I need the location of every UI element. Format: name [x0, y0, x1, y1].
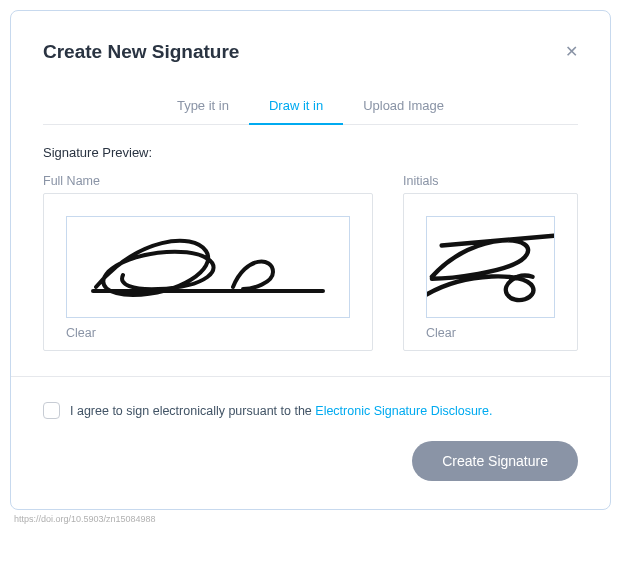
tab-draw[interactable]: Draw it in: [249, 88, 343, 125]
modal-footer: I agree to sign electronically pursuant …: [11, 376, 610, 509]
full-name-clear-button[interactable]: Clear: [66, 326, 350, 340]
disclosure-link[interactable]: Electronic Signature Disclosure.: [315, 404, 492, 418]
actions: Create Signature: [43, 441, 578, 481]
initials-drawing: [427, 217, 554, 317]
initials-canvas[interactable]: [426, 216, 555, 318]
full-name-field: Full Name Clear: [43, 174, 373, 351]
full-name-box: Clear: [43, 193, 373, 351]
preview-label: Signature Preview:: [43, 145, 578, 160]
modal-header: Create New Signature ✕: [11, 11, 610, 73]
tab-upload[interactable]: Upload Image: [343, 88, 464, 125]
initials-box: Clear: [403, 193, 578, 351]
tab-type[interactable]: Type it in: [157, 88, 249, 125]
tabs: Type it in Draw it in Upload Image: [43, 88, 578, 125]
modal-title: Create New Signature: [43, 41, 239, 63]
create-signature-button[interactable]: Create Signature: [412, 441, 578, 481]
agree-text: I agree to sign electronically pursuant …: [70, 404, 492, 418]
close-icon[interactable]: ✕: [565, 44, 578, 60]
full-name-canvas[interactable]: [66, 216, 350, 318]
signature-modal: Create New Signature ✕ Type it in Draw i…: [10, 10, 611, 510]
initials-label: Initials: [403, 174, 578, 188]
initials-field: Initials Clear: [403, 174, 578, 351]
preview-row: Full Name Clear Initials: [43, 174, 578, 351]
full-name-label: Full Name: [43, 174, 373, 188]
footer-note: https://doi.org/10.5903/zn15084988: [14, 514, 613, 524]
signature-drawing: [78, 217, 338, 317]
agree-checkbox[interactable]: [43, 402, 60, 419]
modal-body: Signature Preview: Full Name Clear Initi…: [11, 125, 610, 376]
agree-row: I agree to sign electronically pursuant …: [43, 402, 578, 419]
agree-pre: I agree to sign electronically pursuant …: [70, 404, 315, 418]
initials-clear-button[interactable]: Clear: [426, 326, 555, 340]
